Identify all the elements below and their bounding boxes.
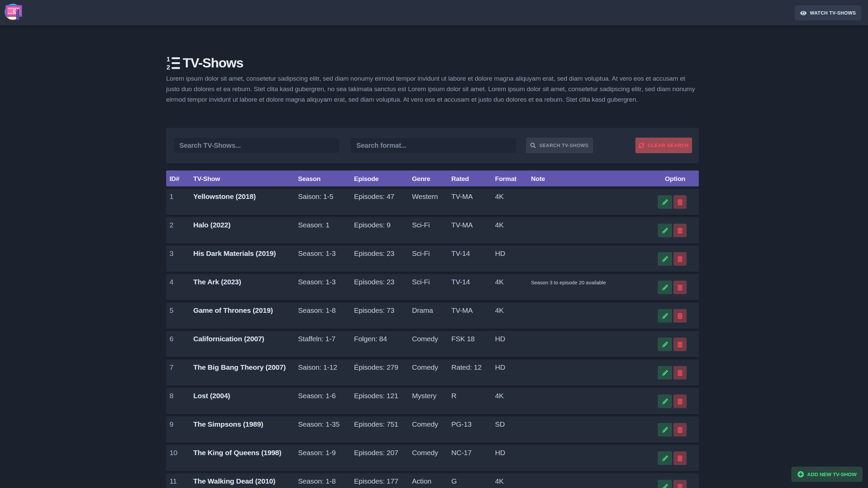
svg-text:1: 1 — [166, 57, 170, 63]
svg-text:2: 2 — [166, 64, 170, 70]
